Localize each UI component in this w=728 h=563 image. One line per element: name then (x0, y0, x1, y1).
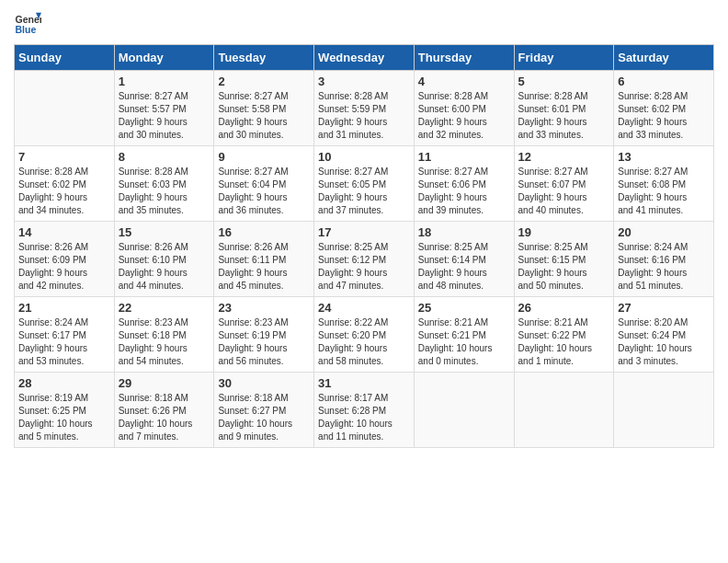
col-monday: Monday (114, 45, 214, 71)
calendar-week-4: 21Sunrise: 8:24 AM Sunset: 6:17 PM Dayli… (15, 297, 714, 373)
col-saturday: Saturday (614, 45, 714, 71)
day-info: Sunrise: 8:28 AM Sunset: 6:03 PM Dayligh… (119, 166, 210, 217)
day-number: 25 (418, 301, 510, 315)
day-info: Sunrise: 8:28 AM Sunset: 6:00 PM Dayligh… (418, 90, 510, 142)
day-number: 19 (518, 225, 610, 239)
day-number: 8 (119, 150, 210, 164)
calendar-cell: 21Sunrise: 8:24 AM Sunset: 6:17 PM Dayli… (15, 297, 115, 373)
calendar-header: Sunday Monday Tuesday Wednesday Thursday… (15, 45, 714, 71)
calendar-cell: 1Sunrise: 8:27 AM Sunset: 5:57 PM Daylig… (114, 71, 214, 146)
header: General Blue (14, 9, 714, 37)
day-number: 7 (18, 150, 110, 164)
day-number: 30 (218, 376, 310, 390)
day-info: Sunrise: 8:17 AM Sunset: 6:28 PM Dayligh… (318, 392, 410, 443)
day-number: 31 (318, 376, 410, 390)
calendar-cell: 20Sunrise: 8:24 AM Sunset: 6:16 PM Dayli… (614, 222, 714, 297)
day-info: Sunrise: 8:27 AM Sunset: 6:05 PM Dayligh… (318, 166, 410, 217)
day-number: 9 (218, 150, 310, 164)
day-number: 12 (518, 150, 610, 164)
calendar-body: 1Sunrise: 8:27 AM Sunset: 5:57 PM Daylig… (15, 71, 714, 448)
day-number: 20 (618, 225, 710, 239)
page-container: General Blue Sunday Monday Tuesday Wedne… (0, 0, 728, 457)
day-info: Sunrise: 8:18 AM Sunset: 6:26 PM Dayligh… (119, 392, 210, 443)
calendar-cell: 17Sunrise: 8:25 AM Sunset: 6:12 PM Dayli… (314, 222, 415, 297)
day-info: Sunrise: 8:26 AM Sunset: 6:10 PM Dayligh… (119, 241, 210, 293)
day-number: 28 (18, 376, 110, 390)
day-number: 27 (618, 301, 710, 315)
calendar-cell: 12Sunrise: 8:27 AM Sunset: 6:07 PM Dayli… (514, 146, 614, 222)
day-number: 18 (418, 225, 510, 239)
day-info: Sunrise: 8:19 AM Sunset: 6:25 PM Dayligh… (18, 392, 110, 443)
day-info: Sunrise: 8:24 AM Sunset: 6:16 PM Dayligh… (618, 241, 710, 293)
day-info: Sunrise: 8:21 AM Sunset: 6:22 PM Dayligh… (518, 316, 610, 368)
day-number: 11 (418, 150, 510, 164)
calendar-week-3: 14Sunrise: 8:26 AM Sunset: 6:09 PM Dayli… (15, 222, 714, 297)
calendar-cell: 22Sunrise: 8:23 AM Sunset: 6:18 PM Dayli… (114, 297, 214, 373)
day-info: Sunrise: 8:26 AM Sunset: 6:11 PM Dayligh… (218, 241, 310, 293)
day-info: Sunrise: 8:18 AM Sunset: 6:27 PM Dayligh… (218, 392, 310, 443)
col-wednesday: Wednesday (314, 45, 415, 71)
header-row: Sunday Monday Tuesday Wednesday Thursday… (15, 45, 714, 71)
day-info: Sunrise: 8:23 AM Sunset: 6:18 PM Dayligh… (119, 316, 210, 368)
day-number: 1 (119, 75, 210, 88)
day-info: Sunrise: 8:25 AM Sunset: 6:12 PM Dayligh… (318, 241, 410, 293)
day-number: 16 (218, 225, 310, 239)
calendar-cell: 19Sunrise: 8:25 AM Sunset: 6:15 PM Dayli… (514, 222, 614, 297)
day-number: 2 (218, 75, 310, 88)
day-info: Sunrise: 8:24 AM Sunset: 6:17 PM Dayligh… (18, 316, 110, 368)
calendar-cell: 13Sunrise: 8:27 AM Sunset: 6:08 PM Dayli… (614, 146, 714, 222)
day-info: Sunrise: 8:27 AM Sunset: 6:06 PM Dayligh… (418, 166, 510, 217)
day-number: 26 (518, 301, 610, 315)
calendar-cell (514, 373, 614, 448)
calendar-cell: 25Sunrise: 8:21 AM Sunset: 6:21 PM Dayli… (414, 297, 514, 373)
day-number: 29 (119, 376, 210, 390)
col-tuesday: Tuesday (214, 45, 314, 71)
day-number: 10 (318, 150, 410, 164)
day-info: Sunrise: 8:21 AM Sunset: 6:21 PM Dayligh… (418, 316, 510, 368)
day-info: Sunrise: 8:28 AM Sunset: 6:02 PM Dayligh… (618, 90, 710, 142)
day-number: 6 (618, 75, 710, 88)
calendar-cell: 7Sunrise: 8:28 AM Sunset: 6:02 PM Daylig… (15, 146, 115, 222)
day-info: Sunrise: 8:26 AM Sunset: 6:09 PM Dayligh… (18, 241, 110, 293)
calendar-cell: 26Sunrise: 8:21 AM Sunset: 6:22 PM Dayli… (514, 297, 614, 373)
day-number: 13 (618, 150, 710, 164)
logo: General Blue (14, 9, 41, 37)
day-info: Sunrise: 8:23 AM Sunset: 6:19 PM Dayligh… (218, 316, 310, 368)
calendar-week-1: 1Sunrise: 8:27 AM Sunset: 5:57 PM Daylig… (15, 71, 714, 146)
calendar-cell: 3Sunrise: 8:28 AM Sunset: 5:59 PM Daylig… (314, 71, 415, 146)
day-number: 14 (18, 225, 110, 239)
day-info: Sunrise: 8:25 AM Sunset: 6:14 PM Dayligh… (418, 241, 510, 293)
calendar-cell: 28Sunrise: 8:19 AM Sunset: 6:25 PM Dayli… (15, 373, 115, 448)
day-info: Sunrise: 8:25 AM Sunset: 6:15 PM Dayligh… (518, 241, 610, 293)
day-info: Sunrise: 8:27 AM Sunset: 5:58 PM Dayligh… (218, 90, 310, 142)
day-number: 17 (318, 225, 410, 239)
calendar-cell: 2Sunrise: 8:27 AM Sunset: 5:58 PM Daylig… (214, 71, 314, 146)
calendar-cell: 6Sunrise: 8:28 AM Sunset: 6:02 PM Daylig… (614, 71, 714, 146)
calendar-cell: 31Sunrise: 8:17 AM Sunset: 6:28 PM Dayli… (314, 373, 415, 448)
calendar-cell: 11Sunrise: 8:27 AM Sunset: 6:06 PM Dayli… (414, 146, 514, 222)
day-info: Sunrise: 8:27 AM Sunset: 6:04 PM Dayligh… (218, 166, 310, 217)
calendar-cell: 23Sunrise: 8:23 AM Sunset: 6:19 PM Dayli… (214, 297, 314, 373)
day-info: Sunrise: 8:28 AM Sunset: 5:59 PM Dayligh… (318, 90, 410, 142)
day-number: 3 (318, 75, 410, 88)
day-number: 21 (18, 301, 110, 315)
calendar-cell (15, 71, 115, 146)
day-info: Sunrise: 8:27 AM Sunset: 6:08 PM Dayligh… (618, 166, 710, 217)
svg-text:Blue: Blue (16, 24, 37, 35)
logo-icon: General Blue (14, 9, 41, 37)
day-number: 24 (318, 301, 410, 315)
day-number: 4 (418, 75, 510, 88)
col-thursday: Thursday (414, 45, 514, 71)
day-info: Sunrise: 8:27 AM Sunset: 6:07 PM Dayligh… (518, 166, 610, 217)
day-info: Sunrise: 8:27 AM Sunset: 5:57 PM Dayligh… (119, 90, 210, 142)
calendar-cell: 24Sunrise: 8:22 AM Sunset: 6:20 PM Dayli… (314, 297, 415, 373)
calendar-cell: 30Sunrise: 8:18 AM Sunset: 6:27 PM Dayli… (214, 373, 314, 448)
day-number: 22 (119, 301, 210, 315)
calendar-cell: 5Sunrise: 8:28 AM Sunset: 6:01 PM Daylig… (514, 71, 614, 146)
calendar-cell (414, 373, 514, 448)
day-info: Sunrise: 8:20 AM Sunset: 6:24 PM Dayligh… (618, 316, 710, 368)
calendar-cell: 9Sunrise: 8:27 AM Sunset: 6:04 PM Daylig… (214, 146, 314, 222)
day-info: Sunrise: 8:28 AM Sunset: 6:02 PM Dayligh… (18, 166, 110, 217)
calendar-week-5: 28Sunrise: 8:19 AM Sunset: 6:25 PM Dayli… (15, 373, 714, 448)
calendar-cell: 8Sunrise: 8:28 AM Sunset: 6:03 PM Daylig… (114, 146, 214, 222)
